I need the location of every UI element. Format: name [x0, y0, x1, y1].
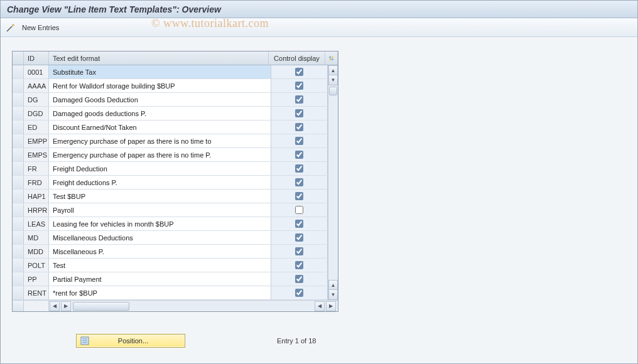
control-checkbox[interactable] — [295, 261, 303, 269]
control-checkbox[interactable] — [295, 192, 303, 200]
new-entries-button[interactable]: New Entries — [22, 24, 59, 31]
cell-control[interactable] — [271, 162, 328, 175]
hscroll-left2-icon[interactable]: ◀ — [315, 301, 325, 311]
table-row[interactable]: FRFreight Deduction — [13, 162, 328, 176]
cell-id[interactable]: EMPS — [24, 148, 49, 161]
horizontal-scrollbar[interactable]: ◀ ▶ ◀ ▶ — [13, 300, 338, 311]
cell-control[interactable] — [271, 120, 328, 134]
scroll-up-icon[interactable]: ▲ — [328, 65, 338, 75]
control-checkbox[interactable] — [295, 123, 303, 131]
table-row[interactable]: AAAARent for Walldorf storage building $… — [13, 79, 328, 93]
column-control-display[interactable]: Control display — [269, 51, 325, 65]
row-selector[interactable] — [13, 203, 24, 217]
cell-text[interactable]: Damaged goods deductions P. — [49, 107, 271, 120]
control-checkbox[interactable] — [295, 178, 303, 186]
column-configure[interactable] — [325, 51, 338, 65]
cell-control[interactable] — [271, 203, 328, 217]
row-selector[interactable] — [13, 120, 24, 134]
table-row[interactable]: HRPRPayroll — [13, 203, 328, 217]
table-row[interactable]: RENT*rent for $BUP — [13, 286, 328, 300]
scroll-down-icon[interactable]: ▼ — [328, 75, 338, 85]
control-checkbox[interactable] — [295, 82, 303, 90]
control-checkbox[interactable] — [295, 164, 303, 173]
row-selector[interactable] — [13, 245, 24, 258]
cell-text[interactable]: Miscellaneous Deductions — [49, 231, 271, 244]
column-row-selector[interactable] — [13, 51, 24, 65]
cell-text[interactable]: Leasing fee for vehicles in month $BUP — [49, 217, 271, 230]
cell-text[interactable]: Rent for Walldorf storage building $BUP — [49, 79, 271, 92]
control-checkbox[interactable] — [295, 289, 303, 297]
table-row[interactable]: POLTTest — [13, 259, 328, 272]
control-checkbox[interactable] — [295, 137, 303, 145]
cell-text[interactable]: Test $BUP — [49, 190, 271, 203]
cell-control[interactable] — [271, 65, 328, 78]
table-row[interactable]: 0001Substitute Tax — [13, 65, 328, 79]
cell-control[interactable] — [271, 134, 328, 147]
cell-text[interactable]: *rent for $BUP — [49, 286, 271, 299]
cell-text[interactable]: Substitute Tax — [49, 65, 271, 78]
control-checkbox[interactable] — [295, 275, 303, 283]
column-text[interactable]: Text edit format — [49, 51, 269, 65]
cell-id[interactable]: FR — [24, 162, 49, 175]
control-checkbox[interactable] — [295, 151, 303, 159]
cell-text[interactable]: Freight deductions P. — [49, 176, 271, 189]
hscroll-left-icon[interactable]: ◀ — [50, 301, 60, 311]
cell-text[interactable]: Payroll — [49, 203, 271, 217]
cell-id[interactable]: EMPP — [24, 134, 49, 147]
table-row[interactable]: DGDDamaged goods deductions P. — [13, 107, 328, 120]
row-selector[interactable] — [13, 134, 24, 147]
table-row[interactable]: PPPartial Payment — [13, 272, 328, 286]
cell-id[interactable]: 0001 — [24, 65, 49, 78]
control-checkbox[interactable] — [295, 95, 303, 104]
cell-control[interactable] — [271, 245, 328, 258]
hscroll-right-icon[interactable]: ▶ — [61, 301, 71, 311]
cell-text[interactable]: Discount Earned/Not Taken — [49, 120, 271, 134]
row-selector[interactable] — [13, 190, 24, 203]
row-selector[interactable] — [13, 217, 24, 230]
row-selector[interactable] — [13, 231, 24, 244]
table-row[interactable]: DGDamaged Goods Deduction — [13, 93, 328, 107]
cell-control[interactable] — [271, 231, 328, 244]
vertical-scrollbar[interactable]: ▲ ▼ ▲ ▼ — [328, 65, 338, 300]
cell-text[interactable]: Miscellaneous P. — [49, 245, 271, 258]
row-selector[interactable] — [13, 286, 24, 299]
row-selector[interactable] — [13, 162, 24, 175]
cell-control[interactable] — [271, 259, 328, 272]
row-selector[interactable] — [13, 259, 24, 272]
position-button[interactable]: Position... — [76, 334, 185, 348]
cell-control[interactable] — [271, 176, 328, 189]
table-row[interactable]: EDDiscount Earned/Not Taken — [13, 120, 328, 134]
cell-text[interactable]: Freight Deduction — [49, 162, 271, 175]
table-row[interactable]: MDMiscellaneous Deductions — [13, 231, 328, 245]
table-row[interactable]: EMPSEmergency purchase of paper as there… — [13, 148, 328, 162]
cell-control[interactable] — [271, 272, 328, 286]
scroll-thumb[interactable] — [329, 87, 337, 95]
cell-text[interactable]: Partial Payment — [49, 272, 271, 286]
cell-control[interactable] — [271, 79, 328, 92]
cell-id[interactable]: DGD — [24, 107, 49, 120]
row-selector[interactable] — [13, 93, 24, 106]
row-selector[interactable] — [13, 272, 24, 286]
cell-id[interactable]: HRPR — [24, 203, 49, 217]
hscroll-right2-icon[interactable]: ▶ — [326, 301, 336, 311]
cell-control[interactable] — [271, 148, 328, 161]
magic-wand-icon[interactable] — [6, 23, 16, 33]
cell-id[interactable]: PP — [24, 272, 49, 286]
row-selector[interactable] — [13, 176, 24, 189]
table-row[interactable]: EMPPEmergency purchase of paper as there… — [13, 134, 328, 148]
cell-control[interactable] — [271, 286, 328, 299]
cell-id[interactable]: FRD — [24, 176, 49, 189]
cell-control[interactable] — [271, 217, 328, 230]
control-checkbox[interactable] — [295, 109, 303, 117]
control-checkbox[interactable] — [295, 233, 303, 242]
table-row[interactable]: MDDMiscellaneous P. — [13, 245, 328, 259]
control-checkbox[interactable] — [295, 247, 303, 255]
cell-control[interactable] — [271, 93, 328, 106]
cell-text[interactable]: Test — [49, 259, 271, 272]
cell-id[interactable]: RENT — [24, 286, 49, 299]
control-checkbox[interactable] — [295, 220, 303, 228]
scroll-track[interactable] — [328, 85, 338, 280]
table-row[interactable]: FRDFreight deductions P. — [13, 176, 328, 190]
cell-id[interactable]: POLT — [24, 259, 49, 272]
column-id[interactable]: ID — [24, 51, 49, 65]
